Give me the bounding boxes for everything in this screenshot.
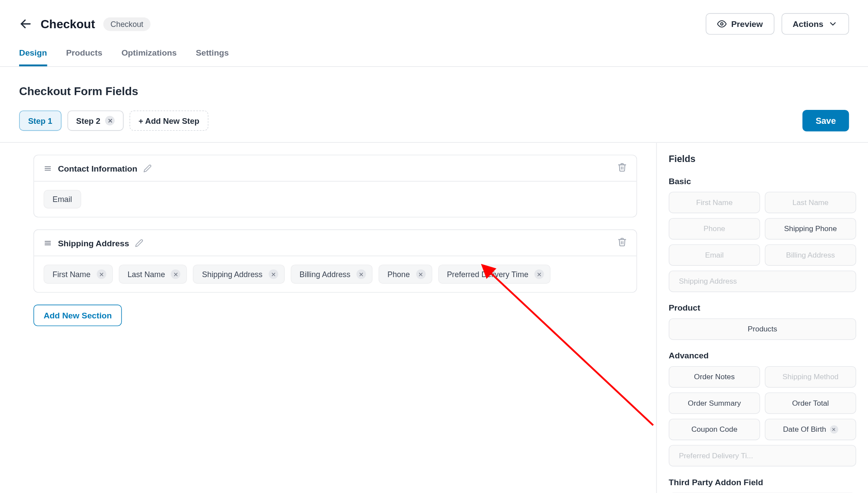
sidebar-field-label: Last Name (792, 199, 828, 207)
sidebar-field-label: Preferred Delivery Ti... (679, 452, 753, 460)
sidebar-field-label: Order Summary (688, 399, 741, 407)
sidebar-field-chip: Shipping Address (669, 271, 856, 292)
field-chip[interactable]: Preferred Delivery Time✕ (438, 265, 551, 284)
section-body: First Name✕Last Name✕Shipping Address✕Bi… (34, 256, 636, 292)
sidebar-field-label: First Name (696, 199, 733, 207)
field-chip[interactable]: First Name✕ (43, 265, 112, 284)
remove-field-icon[interactable]: ✕ (268, 269, 278, 279)
page-header: Checkout Checkout Preview Actions (0, 0, 868, 35)
save-button[interactable]: Save (802, 110, 849, 132)
eye-icon (717, 19, 726, 29)
back-icon[interactable] (19, 17, 32, 30)
sidebar-field-chip: Shipping Method (765, 366, 856, 388)
fields-sidebar: Fields BasicFirst NameLast NamePhoneShip… (656, 143, 868, 493)
section-heading: Checkout Form Fields (19, 85, 849, 98)
tab-products[interactable]: Products (66, 48, 102, 66)
field-label: Email (53, 195, 72, 204)
sidebar-field-chip: Preferred Delivery Ti... (669, 445, 856, 467)
chevron-down-icon (828, 19, 838, 29)
sidebar-field-chip: Billing Address (765, 244, 856, 266)
actions-button[interactable]: Actions (781, 13, 849, 35)
add-section-button[interactable]: Add New Section (33, 304, 122, 326)
field-chip[interactable]: Shipping Address✕ (193, 265, 285, 284)
section-body: Email (34, 182, 636, 217)
sidebar-group-title: Third Party Addon Field (669, 477, 856, 487)
section-card: Shipping AddressFirst Name✕Last Name✕Shi… (33, 229, 637, 293)
field-chip[interactable]: Email (43, 190, 81, 208)
tab-design[interactable]: Design (19, 48, 47, 66)
sidebar-field-label: Order Total (792, 399, 829, 407)
field-chip[interactable]: Last Name✕ (119, 265, 187, 284)
sidebar-field-label: Coupon Code (691, 425, 737, 433)
actions-label: Actions (793, 19, 824, 29)
remove-field-icon[interactable]: ✕ (356, 269, 366, 279)
remove-step-icon[interactable]: ✕ (105, 116, 115, 126)
step-chip-2[interactable]: Step 2✕ (67, 110, 124, 131)
sidebar-field-label: Billing Address (786, 251, 835, 259)
sidebar-group-grid: Products (669, 318, 856, 340)
trash-icon[interactable] (617, 237, 627, 247)
add-step-button[interactable]: + Add New Step (129, 110, 208, 131)
field-chip[interactable]: Billing Address✕ (290, 265, 373, 284)
sidebar-field-label: Products (748, 325, 777, 333)
sidebar-field-chip: Last Name (765, 192, 856, 213)
sidebar-group-grid: First NameLast NamePhoneShipping PhoneEm… (669, 192, 856, 292)
drag-handle-icon[interactable] (43, 164, 52, 172)
page-title: Checkout (41, 17, 95, 31)
sidebar-field-label: Shipping Method (782, 373, 838, 381)
field-label: Shipping Address (202, 270, 262, 279)
field-chip[interactable]: Phone✕ (379, 265, 432, 284)
sidebar-field-chip[interactable]: Order Total (765, 392, 856, 414)
edit-icon[interactable] (135, 238, 143, 247)
step-chip-1[interactable]: Step 1 (19, 110, 61, 131)
trash-icon[interactable] (617, 162, 627, 172)
section-title: Contact Information (58, 163, 137, 173)
sidebar-field-label: Email (705, 251, 724, 259)
sidebar-field-label: Phone (703, 225, 725, 233)
sidebar-group-title: Product (669, 303, 856, 312)
edit-icon[interactable] (143, 164, 152, 172)
remove-field-icon[interactable]: ✕ (416, 269, 426, 279)
main-column: Contact InformationEmailShipping Address… (0, 143, 656, 493)
field-label: Last Name (128, 270, 165, 279)
preview-label: Preview (731, 19, 763, 29)
field-label: Phone (387, 270, 410, 279)
sidebar-field-chip[interactable]: Coupon Code (669, 419, 760, 440)
svg-point-1 (720, 23, 723, 25)
remove-field-icon[interactable]: ✕ (96, 269, 106, 279)
sidebar-group-grid: Order NotesShipping MethodOrder SummaryO… (669, 366, 856, 467)
sidebar-group-title: Basic (669, 176, 856, 186)
sidebar-field-chip: Email (669, 244, 760, 266)
nav-tabs: DesignProductsOptimizationsSettings (0, 35, 868, 67)
remove-field-icon[interactable]: ✕ (171, 269, 181, 279)
preview-button[interactable]: Preview (706, 13, 774, 35)
field-label: First Name (53, 270, 90, 279)
step-label: Step 2 (76, 116, 100, 125)
remove-field-icon[interactable]: ✕ (535, 269, 544, 279)
sidebar-field-chip[interactable]: Shipping Phone (765, 218, 856, 240)
sidebar-field-label: Order Notes (694, 373, 735, 381)
sidebar-field-chip[interactable]: Order Summary (669, 392, 760, 414)
sidebar-field-chip[interactable]: Date Of Birth✕ (765, 419, 856, 440)
page-badge: Checkout (103, 17, 151, 31)
section-title: Shipping Address (58, 238, 129, 248)
section-card: Contact InformationEmail (33, 155, 637, 217)
section-header: Contact Information (34, 156, 636, 182)
sidebar-title: Fields (669, 153, 856, 164)
sidebar-field-chip[interactable]: Products (669, 318, 856, 340)
tab-settings[interactable]: Settings (196, 48, 229, 66)
section-header: Shipping Address (34, 230, 636, 256)
field-label: Preferred Delivery Time (447, 270, 528, 279)
sidebar-field-label: Shipping Phone (784, 225, 837, 233)
tab-optimizations[interactable]: Optimizations (122, 48, 177, 66)
steps-row: Step 1Step 2✕+ Add New Step Save (19, 110, 849, 132)
sidebar-field-chip[interactable]: Order Notes (669, 366, 760, 388)
remove-sidebar-field-icon[interactable]: ✕ (830, 425, 838, 433)
sidebar-field-chip: Phone (669, 218, 760, 240)
drag-handle-icon[interactable] (43, 238, 52, 247)
sidebar-field-label: Date Of Birth (783, 425, 826, 433)
sidebar-field-label: Shipping Address (679, 277, 737, 285)
step-label: Step 1 (28, 116, 53, 125)
field-label: Billing Address (300, 270, 350, 279)
sidebar-group-title: Advanced (669, 351, 856, 360)
